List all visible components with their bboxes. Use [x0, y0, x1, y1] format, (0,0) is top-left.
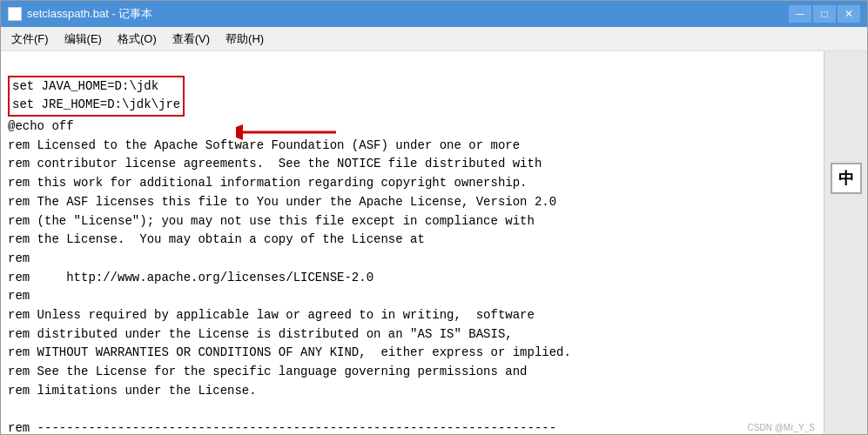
content-line-17: rem ------------------------------------…: [8, 421, 556, 434]
highlight-line1: set JAVA_HOME=D:\jdk: [12, 79, 158, 93]
content-line-13: rem WITHOUT WARRANTIES OR CONDITIONS OF …: [8, 345, 571, 359]
content-area: set JAVA_HOME=D:\jdk set JRE_HOME=D:\jdk…: [1, 51, 867, 434]
menu-help[interactable]: 帮助(H): [219, 29, 271, 50]
content-line-9: rem http://www.apache.org/licenses/LICEN…: [8, 271, 373, 284]
menu-view[interactable]: 查看(V): [165, 29, 217, 50]
content-line-6: rem (the "License"); you may not use thi…: [8, 214, 535, 228]
sidebar-right: 中: [824, 51, 867, 434]
content-line-7: rem the License. You may obtain a copy o…: [8, 232, 425, 246]
close-button[interactable]: ✕: [838, 5, 860, 23]
content-line-5: rem The ASF licenses this file to You un…: [8, 195, 556, 209]
content-line-15: rem limitations under the License.: [8, 384, 257, 398]
menu-format[interactable]: 格式(O): [111, 29, 164, 50]
minimize-button[interactable]: ─: [789, 5, 811, 23]
maximize-button[interactable]: □: [813, 5, 836, 23]
content-line-1: @echo off: [8, 119, 74, 133]
menu-bar: 文件(F) 编辑(E) 格式(O) 查看(V) 帮助(H): [1, 27, 867, 51]
content-line-10: rem: [8, 289, 30, 303]
title-bar: setclasspath.bat - 记事本 ─ □ ✕: [1, 1, 867, 27]
menu-file[interactable]: 文件(F): [4, 29, 56, 50]
window-title: setclasspath.bat - 记事本: [27, 6, 153, 22]
main-window: setclasspath.bat - 记事本 ─ □ ✕ 文件(F) 编辑(E)…: [0, 0, 868, 435]
content-line-3: rem contributor license agreements. See …: [8, 157, 542, 171]
content-line-2: rem Licensed to the Apache Software Foun…: [8, 138, 520, 152]
content-line-12: rem distributed under the License is dis…: [8, 327, 513, 341]
chinese-input-button[interactable]: 中: [831, 163, 862, 194]
title-bar-left: setclasspath.bat - 记事本: [8, 6, 153, 22]
content-line-8: rem: [8, 251, 30, 265]
notepad-icon: [8, 7, 22, 21]
content-line-14: rem See the License for the specific lan…: [8, 365, 528, 378]
highlight-line2: set JRE_HOME=D:\jdk\jre: [12, 97, 180, 111]
content-line-11: rem Unless required by applicable law or…: [8, 308, 535, 322]
title-controls: ─ □ ✕: [789, 5, 860, 23]
highlighted-lines: set JAVA_HOME=D:\jdk set JRE_HOME=D:\jdk…: [8, 76, 185, 117]
menu-edit[interactable]: 编辑(E): [57, 29, 109, 50]
watermark: CSDN @Mr_Y_S: [748, 423, 815, 432]
content-line-4: rem this work for additional information…: [8, 176, 528, 190]
text-editor[interactable]: set JAVA_HOME=D:\jdk set JRE_HOME=D:\jdk…: [1, 51, 824, 434]
